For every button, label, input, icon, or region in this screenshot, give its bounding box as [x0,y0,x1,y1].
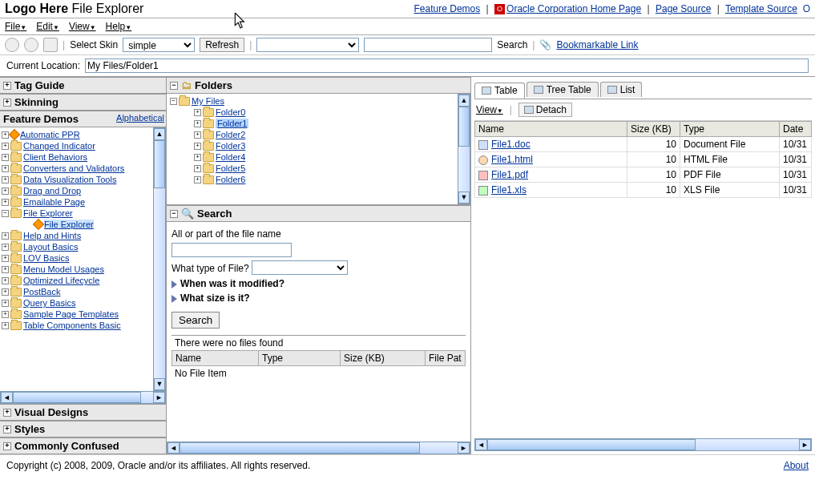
file-name-link[interactable]: File1.doc [491,139,531,150]
col-size[interactable]: Size (KB) [627,122,680,137]
tree-item-label[interactable]: Help and Hints [23,231,81,240]
section-feature-demos[interactable]: Feature Demos Alphabetical [0,111,166,127]
expander-icon[interactable]: + [194,165,201,172]
expander-icon[interactable]: + [2,277,9,284]
expander-icon[interactable]: + [2,311,9,318]
tree-item[interactable]: −File Explorer [2,208,151,219]
link-oracle-home[interactable]: Oracle Corporation Home Page [506,3,641,14]
link-page-source[interactable]: Page Source [656,3,711,14]
search-header[interactable]: − 🔍 Search [167,205,470,222]
section-tag-guide[interactable]: + Tag Guide [0,77,166,94]
folder-item[interactable]: +Folder3 [194,140,454,151]
menu-edit[interactable]: Edit▼ [36,21,59,32]
tree-item[interactable]: +Converters and Validators [2,163,151,174]
folder-item[interactable]: +Folder0 [194,107,454,118]
tree-item[interactable]: +Data Visualization Tools [2,174,151,185]
section-styles[interactable]: + Styles [0,421,166,437]
tree-item-label[interactable]: Drag and Drop [23,186,81,196]
col-date[interactable]: Date [780,122,812,137]
nav-back-button[interactable] [5,38,19,52]
tree-item-label[interactable]: Emailable Page [23,197,85,207]
menu-view[interactable]: View▼ [69,21,96,32]
tree-item-label[interactable]: Changed Indicator [23,141,95,151]
tree-item-label[interactable]: Optimized Lifecycle [23,276,99,285]
scroll-thumb[interactable] [458,107,470,147]
section-commonly-confused[interactable]: + Commonly Confused [0,437,166,454]
tree-item-label[interactable]: Sample Page Templates [23,309,119,319]
expander-icon[interactable]: − [170,210,178,218]
folders-header[interactable]: − 🗂 Folders [167,77,470,94]
expander-icon[interactable]: − [170,82,178,90]
folder-item[interactable]: +Folder4 [194,151,454,163]
folder-label[interactable]: Folder4 [216,152,245,162]
tree-item-label[interactable]: Layout Basics [23,242,78,252]
table-row[interactable]: File1.doc10Document File10/31 [475,137,812,152]
tree-item[interactable]: +Sample Page Templates [2,308,151,320]
folder-item[interactable]: +Folder6 [194,174,454,185]
horizontal-scrollbar[interactable]: ◄ ► [474,438,812,451]
expander-icon[interactable]: − [170,98,177,105]
detach-button[interactable]: Detach [518,103,572,117]
scroll-up-icon[interactable]: ▲ [458,95,470,107]
expander-icon[interactable]: + [3,442,11,450]
folder-label[interactable]: My Files [192,96,224,106]
link-template-source[interactable]: Template Source [725,3,797,14]
tree-item-label[interactable]: LOV Basics [23,253,69,263]
tree-item[interactable]: +Automatic PPR [2,129,151,140]
expander-icon[interactable]: − [2,210,9,217]
alphabetical-link[interactable]: Alphabetical [116,113,164,123]
table-row[interactable]: File1.xls10XLS File10/31 [475,183,812,198]
search-name-input[interactable] [171,243,292,257]
about-link[interactable]: About [784,460,809,471]
table-row[interactable]: File1.pdf10PDF File10/31 [475,167,812,183]
scroll-right-icon[interactable]: ► [458,442,470,454]
tab-tree-table[interactable]: Tree Table [527,82,599,97]
expander-icon[interactable]: + [3,409,11,417]
expander-icon[interactable]: + [194,131,201,139]
file-name-link[interactable]: File1.html [491,154,533,165]
tree-item[interactable]: +Query Basics [2,297,151,308]
skin-select[interactable]: simple [123,38,195,52]
tree-item-label[interactable]: File Explorer [44,220,94,229]
scroll-thumb[interactable] [487,439,696,450]
menu-help[interactable]: Help▼ [106,21,132,32]
scroll-up-icon[interactable]: ▲ [154,128,165,140]
expander-icon[interactable]: + [2,143,9,150]
tree-item-label[interactable]: File Explorer [23,208,73,218]
folder-item[interactable]: +Folder1 [194,118,454,129]
expander-icon[interactable]: + [194,143,201,150]
search-button[interactable]: Search [171,312,220,329]
tree-item-label[interactable]: Client Behaviors [23,152,87,162]
menu-file[interactable]: File▼ [5,21,26,32]
search-type-select[interactable] [252,260,348,275]
scroll-thumb[interactable] [154,140,165,188]
current-location-input[interactable] [85,58,809,73]
expander-icon[interactable]: + [2,187,9,195]
expander-icon[interactable]: + [2,199,9,206]
scroll-thumb[interactable] [13,392,141,403]
scroll-thumb[interactable] [180,442,420,454]
tree-item[interactable]: +Optimized Lifecycle [2,275,151,286]
tab-list[interactable]: List [600,82,643,97]
nav-forward-button[interactable] [24,38,38,52]
bookmarkable-link[interactable]: Bookmarkable Link [556,39,638,50]
file-name-link[interactable]: File1.xls [491,184,527,196]
expander-icon[interactable]: + [2,266,9,273]
link-o[interactable]: O [803,3,810,14]
folder-item[interactable]: +Folder2 [194,129,454,140]
tree-item[interactable]: +Layout Basics [2,241,151,252]
tree-item[interactable]: +Drag and Drop [2,185,151,196]
tree-item[interactable]: +PostBack [2,286,151,297]
horizontal-scrollbar[interactable]: ◄ ► [0,391,166,404]
tree-item[interactable]: +Client Behaviors [2,151,151,163]
tree-item[interactable]: +Emailable Page [2,196,151,208]
table-row[interactable]: File1.html10HTML File10/31 [475,152,812,167]
expander-icon[interactable]: + [2,232,9,240]
expander-icon[interactable]: + [194,120,201,127]
folder-label[interactable]: Folder1 [216,119,248,128]
folder-label[interactable]: Folder3 [216,141,245,151]
tree-item-label[interactable]: Data Visualization Tools [23,175,116,184]
expander-icon[interactable]: + [2,255,9,262]
section-skinning[interactable]: + Skinning [0,94,166,111]
unnamed-select[interactable] [256,38,359,52]
